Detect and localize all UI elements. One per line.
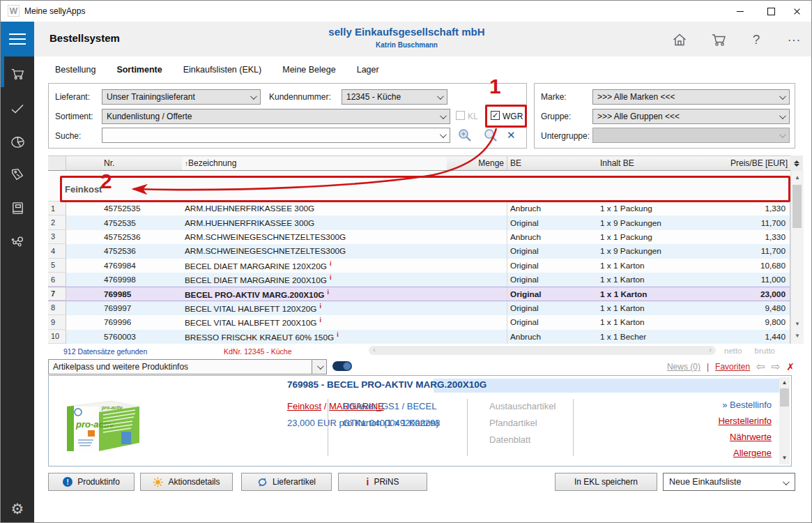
scrollbar-thumb[interactable] <box>780 388 789 407</box>
scroll-to-end-icon[interactable]: ▼ <box>791 333 804 339</box>
table-vertical-scrollbar[interactable]: ▲ ▼ ▼ <box>790 171 804 344</box>
table-horizontal-scrollbar[interactable]: ‹ › <box>369 346 716 355</box>
col-header-menge[interactable]: Menge <box>447 158 507 168</box>
scroll-up-icon[interactable]: ▲ <box>791 174 804 181</box>
info-icon[interactable]: i <box>330 274 332 281</box>
table-row[interactable]: 54769984BECEL DIAET MARGARINE 120X20GiOr… <box>48 259 790 273</box>
sidebar-item-catalog[interactable] <box>1 196 34 220</box>
group-row-feinkost[interactable]: Feinkost <box>48 171 790 202</box>
col-header-bezeichnung[interactable]: ↑Bezeichnung <box>182 156 447 170</box>
infopanel-select[interactable]: Artikelpass und weitere Produktinfos <box>48 359 327 374</box>
search-clear-button[interactable]: ✕ <box>507 129 516 142</box>
minimize-button[interactable] <box>724 1 756 22</box>
col-header-be[interactable]: BE <box>507 156 597 170</box>
table-row[interactable]: 345752536ARM.SCHWEINEGESCHNETZELTES300GA… <box>48 230 790 244</box>
datenblatt-item: Datenblatt <box>489 434 530 445</box>
search-button[interactable] <box>483 128 498 143</box>
info-icon[interactable]: i <box>330 260 332 267</box>
cart-button[interactable] <box>709 30 728 50</box>
cell-inhalt: 1 x 1 Karton <box>597 275 726 285</box>
info-icon[interactable]: i <box>327 289 329 296</box>
in-ekl-speichern-button[interactable]: In EKL speichern <box>555 473 657 491</box>
col-header-nr[interactable]: Nr. <box>101 158 182 168</box>
info-icon[interactable]: i <box>320 303 322 310</box>
favoriten-link[interactable]: Favoriten <box>715 362 750 372</box>
scroll-left-icon[interactable]: ‹ <box>373 345 376 354</box>
scroll-up-icon[interactable]: ▲ <box>779 379 790 386</box>
gruppe-select[interactable]: >>> Alle Gruppen <<< <box>592 109 790 124</box>
table-row[interactable]: 145752535ARM.HUEHNERFRIKASSEE 300GAnbruc… <box>48 202 790 215</box>
more-button[interactable]: ··· <box>784 30 804 50</box>
scroll-down-icon[interactable]: ▼ <box>791 321 804 327</box>
close-button[interactable] <box>781 1 812 22</box>
cell-be: Original <box>507 215 597 229</box>
cell-preis: 1,330 <box>726 202 790 215</box>
table-row[interactable]: 7769985BECEL PRO-AKTIV MARG.200X10GiOrig… <box>48 287 790 301</box>
cell-idx: 5 <box>48 259 66 273</box>
sidebar-item-settings[interactable]: ⚙ <box>1 497 34 521</box>
tab-einkaufslisten[interactable]: Einkaufslisten (EKL) <box>183 65 262 75</box>
table-row[interactable]: 8769997BECEL VITAL HALBFETT 120X20GiOrig… <box>48 301 790 315</box>
sidebar-item-statistics[interactable] <box>1 130 34 153</box>
produktinfo-button[interactable]: ! Produktinfo <box>48 473 135 491</box>
table-row[interactable]: 64769998BECEL DIAET MARGARINE 200X10GiOr… <box>48 273 790 287</box>
table-row[interactable]: 24752535ARM.HUEHNERFRIKASSEE 300GOrigina… <box>48 215 790 229</box>
sidebar-item-cart[interactable] <box>1 62 34 86</box>
scroll-right-icon[interactable]: › <box>709 345 712 354</box>
column-sort-control[interactable] <box>790 156 803 172</box>
home-button[interactable] <box>670 30 689 50</box>
info-circle-icon: ! <box>63 477 72 487</box>
brutto-option[interactable]: brutto <box>755 347 775 355</box>
news-link[interactable]: News (0) <box>667 362 700 372</box>
aktionsdetails-button[interactable]: Aktionsdetails <box>140 473 233 491</box>
herstellerinfo-link[interactable]: Herstellerinfo <box>718 413 772 429</box>
allergene-link[interactable]: Allergene <box>718 445 772 461</box>
tab-sortimente[interactable]: Sortimente <box>116 65 162 75</box>
bestellinfo-link[interactable]: » Bestellinfo <box>718 397 772 413</box>
tab-bestellung[interactable]: Bestellung <box>55 65 95 75</box>
table-row[interactable]: 9769996BECEL VITAL HALBFETT 200X10GiOrig… <box>48 315 790 329</box>
netto-option[interactable]: netto <box>724 347 742 355</box>
category-link[interactable]: Feinkost <box>287 401 321 411</box>
infopanel-toggle[interactable] <box>332 361 352 371</box>
naehrwerte-link[interactable]: Nährwerte <box>718 429 772 445</box>
suche-input[interactable] <box>102 128 450 143</box>
product-title: 769985 - BECEL PRO-AKTIV MARG.200X10G <box>287 379 487 390</box>
sidebar-item-tasks[interactable] <box>1 97 34 121</box>
untergruppe-select[interactable] <box>592 128 790 143</box>
scrollbar-thumb[interactable] <box>792 185 802 228</box>
lieferartikel-button[interactable]: Lieferartikel <box>241 473 332 491</box>
cell-preis: 9,480 <box>726 301 790 315</box>
prev-arrow-icon[interactable]: ⇦ <box>756 361 765 373</box>
sidebar-item-offers[interactable] <box>1 162 34 186</box>
clear-x-icon: ✕ <box>507 129 516 141</box>
tab-lager[interactable]: Lager <box>357 65 379 75</box>
cell-inhalt: 1 x 1 Becher <box>597 332 726 342</box>
statistik-link[interactable]: Statistik <box>718 461 772 467</box>
close-panel-icon[interactable]: ✗ <box>786 361 795 372</box>
cell-preis: 11,700 <box>726 215 790 229</box>
cell-nr: 769985 <box>101 289 182 299</box>
next-arrow-icon[interactable]: ⇨ <box>772 361 781 373</box>
kundennummer-select[interactable]: 12345 - Küche <box>342 89 447 105</box>
info-icon[interactable]: i <box>320 317 322 324</box>
search-plus-button[interactable] <box>457 128 473 143</box>
sidebar-item-network[interactable] <box>1 229 34 253</box>
col-header-preis[interactable]: Preis/BE [EUR] <box>726 158 790 168</box>
tab-meine-belege[interactable]: Meine Belege <box>282 65 335 75</box>
info-icon[interactable]: i <box>337 331 339 338</box>
scroll-down-icon[interactable]: ▼ <box>779 455 790 461</box>
help-button[interactable]: ? <box>746 30 766 50</box>
panel-vertical-scrollbar[interactable]: ▲ ▼ <box>779 377 790 464</box>
marke-select[interactable]: >>> Alle Marken <<< <box>592 89 790 105</box>
chevron-down-icon <box>783 478 790 485</box>
table-row[interactable]: 105760003BRESSO FRISCHK KRAEUT 60% 150Gi… <box>48 330 790 344</box>
lieferant-select[interactable]: Unser Trainingslieferant <box>102 89 261 105</box>
neue-einkaufsliste-select[interactable]: Neue Einkaufsliste <box>663 473 795 491</box>
table-row[interactable]: 44752536ARM.SCHWEINEGESCHNETZELTES300GOr… <box>48 244 790 258</box>
kl-checkbox[interactable] <box>456 111 465 120</box>
sortiment-select[interactable]: Kundenlistung / Offerte <box>102 109 450 124</box>
col-header-inhalt[interactable]: Inhalt BE <box>597 158 726 168</box>
prins-button[interactable]: i PRiNS <box>338 473 427 491</box>
wgr-checkbox[interactable]: ✓ <box>491 111 500 120</box>
